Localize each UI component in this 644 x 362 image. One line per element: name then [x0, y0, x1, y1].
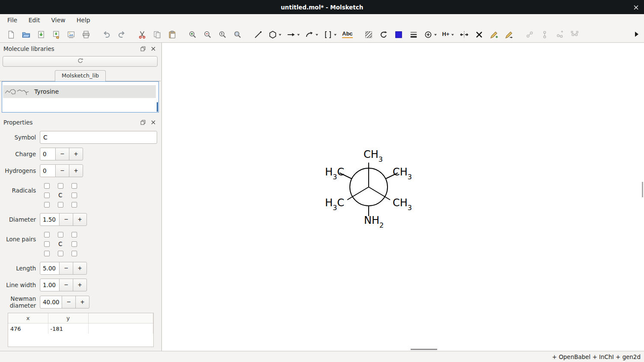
menu-edit[interactable]: Edit: [23, 14, 45, 27]
libraries-close-button[interactable]: [149, 45, 157, 52]
radical-checkbox[interactable]: [44, 202, 50, 208]
rotate-tool-button[interactable]: [378, 28, 390, 41]
symbol-input[interactable]: [40, 131, 157, 144]
lone-pair-checkbox[interactable]: [44, 241, 50, 247]
text-tool-button[interactable]: Abc: [341, 28, 354, 41]
coords-header-x[interactable]: x: [8, 313, 48, 323]
diameter-decrement-button[interactable]: −: [59, 213, 73, 226]
reaction-arrow-tool-dropdown-caret[interactable]: [297, 34, 300, 37]
coord-x-cell[interactable]: 476: [8, 323, 48, 334]
diameter-input[interactable]: [40, 213, 60, 226]
line-width-decrement-button[interactable]: −: [59, 279, 73, 291]
charge-input[interactable]: [40, 148, 56, 160]
radical-checkbox[interactable]: [44, 183, 50, 189]
export-image-button[interactable]: [65, 28, 77, 41]
molecule-label-lower-right[interactable]: CH3: [393, 197, 412, 210]
molecule-label-bottom[interactable]: NH2: [364, 214, 384, 228]
hydrogens-decrement-button[interactable]: −: [55, 164, 69, 177]
toolbar-extension-button[interactable]: [635, 32, 641, 37]
lone-pair-checkbox[interactable]: [72, 232, 77, 237]
ring-tool-button[interactable]: [267, 28, 283, 41]
lone-pair-checkbox[interactable]: [58, 232, 63, 237]
list-item-tyrosine[interactable]: Tyrosine: [3, 85, 156, 98]
bracket-tool-dropdown-caret[interactable]: [334, 34, 337, 37]
menu-file[interactable]: File: [2, 14, 23, 27]
library-list[interactable]: Tyrosine: [2, 81, 159, 113]
molecule-label-upper-right[interactable]: CH3: [393, 166, 412, 179]
libraries-float-button[interactable]: [139, 45, 147, 52]
hydrogens-increment-button[interactable]: +: [69, 164, 83, 177]
draw-bond-tool-button[interactable]: [252, 28, 264, 41]
newman-diameter-decrement-button[interactable]: −: [62, 296, 76, 309]
menu-view[interactable]: View: [46, 14, 71, 27]
charge-tool-dropdown-caret[interactable]: [434, 34, 437, 37]
delete-tool-button[interactable]: [473, 28, 485, 41]
coords-header-y[interactable]: y: [48, 313, 88, 323]
undo-button[interactable]: [101, 28, 113, 41]
mechanism-pen-tool-button[interactable]: [488, 28, 500, 41]
vertical-scrollbar[interactable]: [642, 182, 643, 197]
length-decrement-button[interactable]: −: [59, 262, 73, 275]
print-button[interactable]: [80, 28, 92, 41]
hydrogens-input[interactable]: [40, 164, 56, 177]
hatch-tool-button[interactable]: [363, 28, 375, 41]
flip-tool-button[interactable]: [458, 28, 470, 41]
zoom-out-button[interactable]: [202, 28, 214, 41]
line-width-increment-button[interactable]: +: [73, 279, 87, 291]
charge-decrement-button[interactable]: −: [55, 148, 69, 160]
zoom-fit-button[interactable]: [232, 28, 244, 41]
radical-checkbox[interactable]: [58, 183, 63, 189]
refresh-libraries-button[interactable]: [3, 56, 158, 67]
lone-pair-checkbox[interactable]: [58, 251, 63, 256]
molecule-label-lower-left[interactable]: H3C: [325, 197, 344, 210]
radical-checkbox[interactable]: [72, 183, 77, 189]
new-file-button[interactable]: [5, 28, 17, 41]
lone-pair-checkbox[interactable]: [72, 251, 77, 256]
zoom-in-button[interactable]: [187, 28, 199, 41]
tab-molsketch-lib[interactable]: Molsketch_lib: [55, 70, 106, 81]
zoom-reset-button[interactable]: [217, 28, 229, 41]
paste-button[interactable]: [166, 28, 178, 41]
lone-pair-checkbox[interactable]: [72, 241, 77, 247]
molecule-label-top[interactable]: CH3: [364, 148, 383, 162]
color-picker-button[interactable]: [393, 28, 405, 41]
newman-diameter-increment-button[interactable]: +: [75, 296, 89, 309]
hydrogen-tool-dropdown-caret[interactable]: [451, 34, 454, 37]
length-increment-button[interactable]: +: [73, 262, 87, 275]
coord-y-cell[interactable]: -181: [48, 323, 88, 334]
drawing-canvas[interactable]: CH3H3CCH3H3CCH3NH2: [161, 43, 644, 351]
reaction-arrow-tool-button[interactable]: [286, 28, 301, 41]
window-close-button[interactable]: [632, 3, 640, 11]
properties-close-button[interactable]: [149, 119, 157, 126]
molecule-label-upper-left[interactable]: H3C: [325, 166, 344, 179]
line-width-tool-button[interactable]: [408, 28, 420, 41]
mechanism-arrow-tool-button[interactable]: [304, 28, 319, 41]
radical-checkbox[interactable]: [44, 193, 50, 198]
ring-tool-dropdown-caret[interactable]: [279, 34, 281, 37]
cut-button[interactable]: [136, 28, 148, 41]
diameter-increment-button[interactable]: +: [73, 213, 87, 226]
mechanism-arrow-tool-dropdown-caret[interactable]: [316, 34, 318, 37]
charge-tool-button[interactable]: [423, 28, 438, 41]
save-as-button[interactable]: [50, 28, 62, 41]
length-input[interactable]: [40, 262, 60, 275]
redo-button[interactable]: [116, 28, 128, 41]
menu-help[interactable]: Help: [71, 14, 96, 27]
radical-checkbox[interactable]: [58, 202, 63, 208]
electron-pen-tool-button[interactable]: [503, 28, 515, 41]
hydrogen-tool-button[interactable]: H+: [441, 28, 455, 41]
newman-diameter-input[interactable]: [40, 296, 62, 309]
bracket-tool-button[interactable]: [322, 28, 338, 41]
radical-checkbox[interactable]: [72, 202, 77, 208]
horizontal-scrollbar[interactable]: [411, 349, 437, 350]
open-file-button[interactable]: [20, 28, 32, 41]
lone-pair-checkbox[interactable]: [44, 251, 50, 256]
properties-float-button[interactable]: [139, 119, 147, 126]
library-scrollbar[interactable]: [157, 102, 158, 112]
line-width-input[interactable]: [40, 279, 60, 291]
save-file-button[interactable]: [35, 28, 47, 41]
copy-button[interactable]: [151, 28, 163, 41]
radical-checkbox[interactable]: [72, 193, 77, 198]
charge-increment-button[interactable]: +: [69, 148, 83, 160]
lone-pair-checkbox[interactable]: [44, 232, 50, 237]
